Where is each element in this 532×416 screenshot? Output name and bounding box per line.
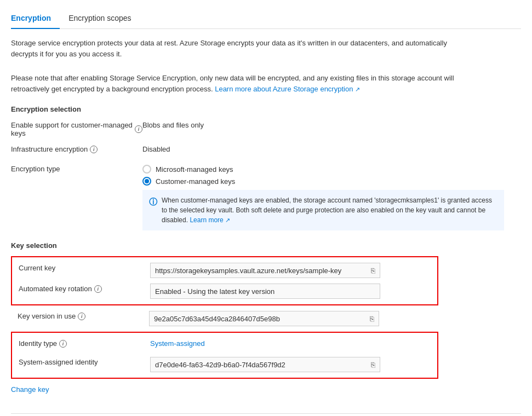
identity-section: Identity type i System-assigned System-a… (11, 332, 438, 379)
info-box-text: When customer-managed keys are enabled, … (162, 195, 497, 225)
system-assigned-identity-field: d7e0de46-fa63-42d9-b6a0-7f4da567f9d2 ⎘ (150, 357, 380, 372)
automated-key-rotation-field: Enabled - Using the latest key version (150, 284, 380, 299)
encryption-type-row: Encryption type Microsoft-managed keys C… (11, 164, 521, 230)
automated-key-rotation-value: Enabled - Using the latest key version (155, 287, 274, 296)
identity-type-row: Identity type i System-assigned (19, 338, 431, 351)
infrastructure-encryption-row: Infrastructure encryption i Disabled (11, 144, 521, 157)
infrastructure-encryption-label: Infrastructure encryption i (11, 144, 142, 153)
identity-type-info-icon[interactable]: i (59, 340, 67, 348)
encryption-selection-header: Encryption selection (11, 105, 521, 113)
change-key-link[interactable]: Change key (11, 385, 49, 394)
automated-key-rotation-row: Automated key rotation i Enabled - Using… (19, 284, 431, 299)
customer-managed-keys-label: Enable support for customer-managed keys… (11, 120, 142, 137)
key-version-copy-icon[interactable]: ⎘ (370, 315, 374, 323)
customer-key-info-box: ⓘ When customer-managed keys are enabled… (142, 190, 504, 230)
key-version-field: 9e2a05c7d63a45d49ca2846407d5e98b ⎘ (149, 311, 379, 326)
encryption-type-label: Encryption type (11, 164, 142, 173)
system-assigned-identity-row: System-assigned identity d7e0de46-fa63-4… (19, 357, 431, 372)
current-key-value: https://storagekeysamples.vault.azure.ne… (155, 267, 368, 275)
tab-encryption[interactable]: Encryption (11, 9, 60, 29)
description-2: Please note that after enabling Storage … (11, 73, 460, 94)
info-box-external-icon: ↗ (225, 217, 230, 223)
learn-more-link[interactable]: Learn more about Azure Storage encryptio… (215, 85, 353, 93)
tab-encryption-scopes[interactable]: Encryption scopes (68, 9, 140, 29)
automated-key-rotation-label: Automated key rotation i (19, 284, 150, 293)
external-link-icon: ↗ (355, 86, 360, 93)
current-key-label: Current key (19, 263, 150, 272)
key-version-label: Key version in use i (18, 311, 149, 320)
automated-key-rotation-info-icon[interactable]: i (94, 285, 102, 293)
system-assigned-identity-value: d7e0de46-fa63-42d9-b6a0-7f4da567f9d2 (155, 361, 368, 369)
key-version-info-icon[interactable]: i (78, 313, 85, 320)
key-rotation-section: Current key https://storagekeysamples.va… (11, 256, 438, 305)
encryption-type-value: Microsoft-managed keys Customer-managed … (142, 164, 521, 230)
identity-type-value: System-assigned (150, 338, 431, 348)
divider (11, 413, 521, 414)
radio-customer-managed[interactable]: Customer-managed keys (142, 177, 521, 186)
key-version-value: 9e2a05c7d63a45d49ca2846407d5e98b (154, 315, 367, 323)
radio-group: Microsoft-managed keys Customer-managed … (142, 165, 521, 186)
system-assigned-identity-label: System-assigned identity (19, 357, 150, 366)
identity-type-label: Identity type i (19, 338, 150, 348)
tab-bar: Encryption Encryption scopes (11, 9, 521, 29)
customer-managed-keys-info-icon[interactable]: i (135, 125, 142, 133)
radio-customer-circle[interactable] (142, 177, 151, 186)
infrastructure-encryption-info-icon[interactable]: i (90, 146, 98, 153)
current-key-row: Current key https://storagekeysamples.va… (19, 263, 431, 278)
radio-microsoft-label: Microsoft-managed keys (156, 165, 233, 174)
radio-microsoft-managed[interactable]: Microsoft-managed keys (142, 165, 521, 174)
radio-customer-label: Customer-managed keys (156, 177, 235, 186)
info-box-icon: ⓘ (149, 196, 157, 209)
current-key-field: https://storagekeysamples.vault.azure.ne… (150, 263, 380, 278)
radio-microsoft-circle[interactable] (142, 165, 151, 174)
key-version-row-wrapper: Key version in use i 9e2a05c7d63a45d49ca… (11, 305, 438, 332)
description-1: Storage service encryption protects your… (11, 38, 460, 59)
system-assigned-identity-copy-icon[interactable]: ⎘ (371, 361, 375, 369)
info-box-learn-more-link[interactable]: Learn more (190, 216, 223, 224)
current-key-copy-icon[interactable]: ⎘ (371, 267, 375, 275)
infrastructure-encryption-value: Disabled (142, 144, 521, 153)
customer-managed-keys-row: Enable support for customer-managed keys… (11, 120, 521, 137)
key-version-row: Key version in use i 9e2a05c7d63a45d49ca… (18, 311, 432, 326)
key-selection-header: Key selection (11, 241, 521, 250)
customer-managed-keys-value: Blobs and files only (142, 120, 521, 129)
